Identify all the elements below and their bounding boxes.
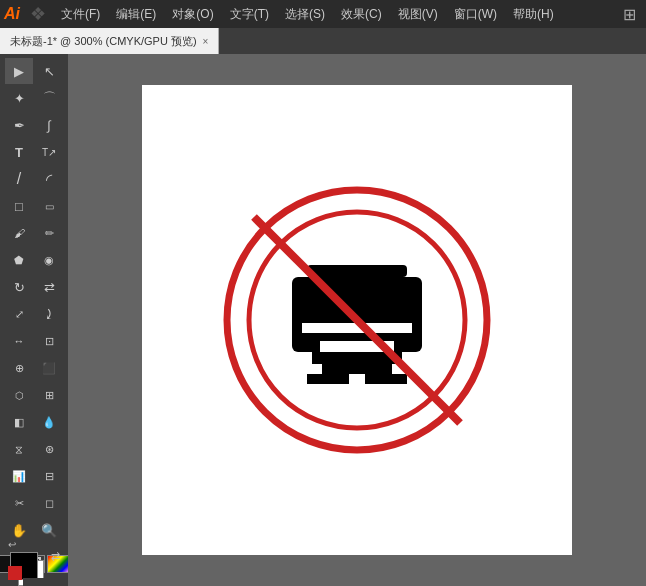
- blob-brush-tool[interactable]: ◉: [35, 247, 63, 273]
- rotate-tool[interactable]: ↻: [5, 274, 33, 300]
- menu-bar: Ai ❖ 文件(F) 编辑(E) 对象(O) 文字(T) 选择(S) 效果(C)…: [0, 0, 646, 28]
- perspective-tool[interactable]: ⬡: [5, 382, 33, 408]
- menu-object[interactable]: 对象(O): [165, 4, 220, 25]
- artwork-svg: [202, 165, 512, 475]
- main-area: ▶ ↖ ✦ ⌒ ✒ ∫ T T↗ / ◜ □ ▭ 🖌 ✏ ⬟ ◉: [0, 54, 646, 586]
- svg-rect-7: [307, 374, 349, 384]
- menu-window[interactable]: 窗口(W): [447, 4, 504, 25]
- screen-mode-button[interactable]: ⊡: [23, 578, 45, 586]
- gradient-tool[interactable]: ◧: [5, 409, 33, 435]
- scale-tool[interactable]: ⤢: [5, 301, 33, 327]
- type-tool[interactable]: T: [5, 139, 33, 165]
- graph-tool[interactable]: 📊: [5, 463, 33, 489]
- free-transform-tool[interactable]: ⊡: [35, 328, 63, 354]
- artboard-tool[interactable]: ⊟: [35, 463, 63, 489]
- panel-grid-icon[interactable]: ⊞: [623, 5, 642, 24]
- document-tab[interactable]: 未标题-1* @ 300% (CMYK/GPU 预览) ×: [0, 28, 219, 54]
- menu-edit[interactable]: 编辑(E): [109, 4, 163, 25]
- svg-rect-6: [322, 364, 392, 374]
- live-paint-tool[interactable]: ⬛: [35, 355, 63, 381]
- menu-type[interactable]: 文字(T): [223, 4, 276, 25]
- pencil-tool[interactable]: ✏: [35, 220, 63, 246]
- width-tool[interactable]: ↔: [5, 328, 33, 354]
- app-logo: Ai: [4, 5, 20, 23]
- menu-help[interactable]: 帮助(H): [506, 4, 561, 25]
- rectangle-tool[interactable]: □: [5, 193, 33, 219]
- touch-type-tool[interactable]: T↗: [35, 139, 63, 165]
- artwork: [202, 165, 512, 475]
- mesh-tool[interactable]: ⊞: [35, 382, 63, 408]
- pen-tool[interactable]: ✒: [5, 112, 33, 138]
- zoom-tool[interactable]: 🔍: [35, 517, 63, 543]
- tab-bar: 未标题-1* @ 300% (CMYK/GPU 预览) ×: [0, 28, 646, 54]
- blend-tool[interactable]: ⧖: [5, 436, 33, 462]
- menu-file[interactable]: 文件(F): [54, 4, 107, 25]
- select-tool[interactable]: ▶: [5, 58, 33, 84]
- eraser-tool[interactable]: ◻: [35, 490, 63, 516]
- tab-close-button[interactable]: ×: [203, 36, 209, 47]
- svg-rect-8: [365, 374, 407, 384]
- app-icon: ❖: [30, 3, 46, 25]
- menu-effect[interactable]: 效果(C): [334, 4, 389, 25]
- warp-tool[interactable]: ⤸: [35, 301, 63, 327]
- tab-title: 未标题-1* @ 300% (CMYK/GPU 预览): [10, 34, 197, 49]
- svg-line-11: [254, 217, 460, 423]
- menu-view[interactable]: 视图(V): [391, 4, 445, 25]
- toolbar: ▶ ↖ ✦ ⌒ ✒ ∫ T T↗ / ◜ □ ▭ 🖌 ✏ ⬟ ◉: [0, 54, 68, 586]
- slice-tool[interactable]: ✂: [5, 490, 33, 516]
- arc-tool[interactable]: ◜: [35, 166, 63, 192]
- paintbrush-tool[interactable]: 🖌: [5, 220, 33, 246]
- rounded-rect-tool[interactable]: ▭: [35, 193, 63, 219]
- line-tool[interactable]: /: [5, 166, 33, 192]
- lasso-tool[interactable]: ⌒: [35, 85, 63, 111]
- view-mode-row: ⊡: [23, 578, 45, 586]
- shape-builder-tool[interactable]: ⊕: [5, 355, 33, 381]
- reflect-tool[interactable]: ⇄: [35, 274, 63, 300]
- shaper-tool[interactable]: ⬟: [5, 247, 33, 273]
- swap-colors-icon[interactable]: ⇄: [51, 550, 60, 563]
- magic-wand-tool[interactable]: ✦: [5, 85, 33, 111]
- menu-select[interactable]: 选择(S): [278, 4, 332, 25]
- default-colors-icon[interactable]: ↩: [8, 539, 16, 550]
- eyedropper-tool[interactable]: 💧: [35, 409, 63, 435]
- direct-select-tool[interactable]: ↖: [35, 58, 63, 84]
- symbol-tool[interactable]: ⊛: [35, 436, 63, 462]
- curvature-tool[interactable]: ∫: [35, 112, 63, 138]
- svg-rect-2: [307, 265, 407, 277]
- canvas-document: [142, 85, 572, 555]
- color-none-indicator: [8, 566, 22, 580]
- canvas-area[interactable]: [68, 54, 646, 586]
